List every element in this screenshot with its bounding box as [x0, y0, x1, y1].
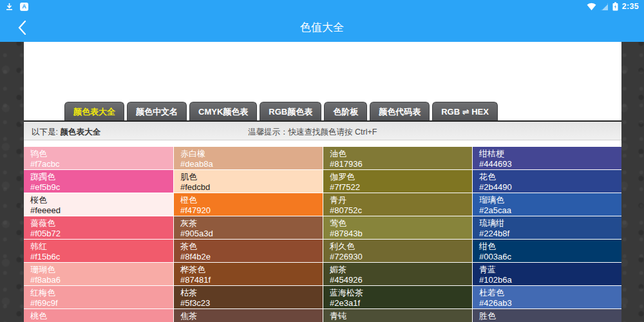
color-hex: #2b4490 — [479, 182, 621, 193]
color-cell[interactable]: 桃色#f58f98 — [24, 309, 173, 322]
color-hex: #2a5caa — [479, 205, 621, 216]
color-cell[interactable]: 青钝#4d4f36 — [323, 309, 472, 322]
current-section-label: 以下是: 颜色表大全 — [32, 127, 100, 138]
color-name: 胜色 — [479, 311, 621, 321]
color-cell[interactable]: 杜若色#426ab3 — [473, 286, 621, 309]
tab-rgb-table[interactable]: RGB颜色表 — [260, 102, 321, 120]
color-cell[interactable]: 橙色#f47920 — [174, 193, 323, 216]
color-hex: #f7acbc — [30, 159, 173, 169]
clock-text: 2:35 — [622, 2, 639, 11]
color-name: 薔薇色 — [30, 218, 173, 229]
color-cell[interactable]: 赤白橡#deab8a — [174, 147, 323, 170]
color-cell[interactable]: 灰茶#905a3d — [174, 216, 323, 240]
color-cell[interactable]: 肌色#fedcbd — [174, 170, 323, 193]
app-bar: 色值大全 — [0, 13, 644, 42]
color-hex: #905a3d — [180, 229, 323, 239]
color-cell[interactable]: 利久色#726930 — [323, 240, 472, 263]
color-cell[interactable]: 琉璃绀#224b8f — [473, 216, 621, 240]
color-hex: #7f7522 — [330, 182, 472, 193]
color-cell[interactable]: 薔薇色#f05b72 — [24, 216, 173, 240]
back-button[interactable] — [10, 13, 33, 42]
color-name: 花色 — [479, 172, 621, 182]
color-name: 红梅色 — [30, 288, 173, 298]
color-name: 青丹 — [330, 195, 472, 205]
color-cell[interactable]: 蓝海松茶#2e3a1f — [323, 286, 472, 309]
color-hex: #454926 — [330, 275, 472, 285]
page-title: 色值大全 — [0, 20, 644, 35]
tab-color-steps[interactable]: 色阶板 — [324, 102, 367, 120]
color-cell[interactable]: 胜色#46485f — [473, 309, 621, 322]
color-cell[interactable]: 茶色#8f4b2e — [174, 240, 323, 263]
color-hex: #2e3a1f — [330, 298, 472, 308]
color-cell[interactable]: 绀色#003a6c — [473, 240, 621, 263]
color-name: 琉璃绀 — [479, 218, 621, 229]
color-cell[interactable]: 青丹#80752c — [323, 193, 472, 216]
color-name: 绀桔梗 — [479, 149, 621, 159]
tab-color-table[interactable]: 颜色表大全 — [64, 102, 124, 120]
color-hex: #102b6a — [479, 275, 621, 285]
tab-chinese-names[interactable]: 颜色中文名 — [127, 102, 187, 120]
tab-rgb-hex[interactable]: RGB ⇌ HEX — [432, 102, 498, 120]
color-cell[interactable]: 焦茶#6b473c — [174, 309, 323, 322]
current-section-name: 颜色表大全 — [60, 128, 100, 137]
color-cell[interactable]: 鸨色#f7acbc — [24, 147, 173, 170]
color-name: 橙色 — [180, 195, 323, 205]
color-name: 赤白橡 — [180, 149, 323, 159]
color-hex: #726930 — [330, 252, 472, 262]
color-name: 韩红 — [30, 242, 173, 252]
tab-bar: 颜色表大全颜色中文名CMYK颜色表RGB颜色表色阶板颜色代码表RGB ⇌ HEX — [64, 102, 498, 120]
color-hex: #003a6c — [479, 252, 621, 262]
color-name: 茶色 — [180, 242, 323, 252]
color-hex: #fedcbd — [180, 182, 323, 193]
color-cell[interactable]: 桦茶色#87481f — [174, 263, 323, 286]
color-hex: #80752c — [330, 205, 472, 216]
color-cell[interactable]: 青蓝#102b6a — [473, 263, 621, 286]
wifi-icon — [587, 3, 596, 11]
color-name: 青钝 — [330, 311, 472, 321]
color-hex: #deab8a — [180, 159, 323, 169]
color-cell[interactable]: 瑠璃色#2a5caa — [473, 193, 621, 216]
color-cell[interactable]: 红梅色#f69c9f — [24, 286, 173, 309]
color-name: 伽罗色 — [330, 172, 472, 182]
color-cell[interactable]: 花色#2b4490 — [473, 170, 621, 193]
battery-charging-icon — [612, 2, 618, 11]
color-hex: #f15b6c — [30, 252, 173, 262]
status-bar: A 2:35 — [0, 0, 644, 13]
color-column: 绀桔梗#444693花色#2b4490瑠璃色#2a5caa琉璃绀#224b8f绀… — [472, 147, 621, 322]
color-name: 蓝海松茶 — [330, 288, 472, 298]
color-hex: #f69c9f — [30, 298, 173, 308]
color-cell[interactable]: 韩红#f15b6c — [24, 240, 173, 263]
color-name: 焦茶 — [180, 311, 323, 321]
color-name: 瑠璃色 — [479, 195, 621, 205]
tab-color-codes[interactable]: 颜色代码表 — [370, 102, 430, 120]
color-hex: #87481f — [180, 275, 323, 285]
color-cell[interactable]: 伽罗色#7f7522 — [323, 170, 472, 193]
color-cell[interactable]: 踯躅色#ef5b9c — [24, 170, 173, 193]
color-name: 利久色 — [330, 242, 472, 252]
color-name: 灰茶 — [180, 218, 323, 229]
color-name: 桦茶色 — [180, 265, 323, 275]
color-hex: #817936 — [330, 159, 472, 169]
color-cell[interactable]: 绀桔梗#444693 — [473, 147, 621, 170]
color-column: 鸨色#f7acbc踯躅色#ef5b9c桜色#feeeed薔薇色#f05b72韩红… — [24, 147, 173, 322]
color-hex: #5f3c23 — [180, 298, 323, 308]
color-hex: #8f4b2e — [180, 252, 323, 262]
color-name: 枯茶 — [180, 288, 323, 298]
color-cell[interactable]: 油色#817936 — [323, 147, 472, 170]
color-cell[interactable]: 媚茶#454926 — [323, 263, 472, 286]
search-tip-text: 温馨提示：快速查找颜色请按 Ctrl+F — [248, 127, 377, 138]
color-cell[interactable]: 枯茶#5f3c23 — [174, 286, 323, 309]
color-hex: #426ab3 — [479, 298, 621, 308]
download-icon — [5, 3, 14, 11]
no-signal-icon — [600, 3, 609, 11]
color-hex: #ef5b9c — [30, 182, 173, 193]
tab-cmyk-table[interactable]: CMYK颜色表 — [189, 102, 257, 120]
a-app-icon: A — [20, 3, 28, 11]
color-cell[interactable]: 珊瑚色#f8aba6 — [24, 263, 173, 286]
color-name: 鸨色 — [30, 149, 173, 159]
color-name: 青蓝 — [479, 265, 621, 275]
color-cell[interactable]: 桜色#feeeed — [24, 193, 173, 216]
color-column: 油色#817936伽罗色#7f7522青丹#80752c莺色#87843b利久色… — [323, 147, 472, 322]
color-cell[interactable]: 莺色#87843b — [323, 216, 472, 240]
color-name: 油色 — [330, 149, 472, 159]
